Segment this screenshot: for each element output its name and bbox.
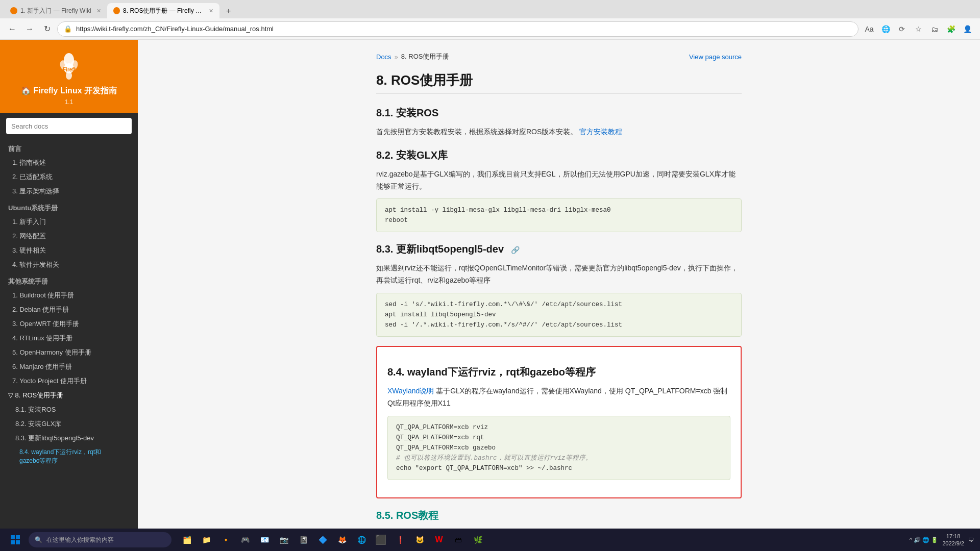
breadcrumb-separator: »: [395, 53, 398, 61]
nav-item-ros-parent[interactable]: ▽ 8. ROS使用手册: [0, 388, 138, 403]
nav-item-network[interactable]: 2. 网络配置: [0, 229, 138, 243]
sidebar-version: 1.1: [5, 98, 133, 106]
browser-toolbar-icons: Aa 🌐 ⟳ ☆ 🗂 🧩 👤: [862, 21, 975, 37]
breadcrumb: Docs » 8. ROS使用手册 View page source: [376, 52, 742, 61]
nav-item-software-dev[interactable]: 4. 软件开发相关: [0, 258, 138, 272]
clock-time: 17:18: [942, 533, 964, 540]
forward-button[interactable]: →: [22, 22, 37, 36]
tab-2[interactable]: 8. ROS使用手册 — Firefly Wiki ✕: [107, 3, 219, 18]
page-title: 8. ROS使用手册: [376, 71, 742, 94]
tab-1[interactable]: 1. 新手入门 — Firefly Wiki ✕: [4, 3, 107, 18]
taskbar-app-explorer[interactable]: 🗂️: [178, 531, 196, 549]
nav-item-ros-install[interactable]: 8.1. 安装ROS: [0, 403, 138, 417]
taskbar-app-edge[interactable]: 🌐: [352, 531, 371, 549]
taskbar-app-8[interactable]: 🔷: [313, 531, 332, 549]
taskbar-app-13[interactable]: 🐱: [410, 531, 429, 549]
taskbar-app-camera[interactable]: 📷: [275, 531, 293, 549]
section-8-4-code: QT_QPA_PLATFORM=xcb rviz QT_QPA_PLATFORM…: [387, 416, 730, 480]
section-8-3-heading: 8.3. 更新libqt5opengl5-dev 🔗: [376, 242, 742, 256]
favorites-button[interactable]: ☆: [911, 21, 926, 37]
official-install-link[interactable]: 官方安装教程: [579, 128, 622, 136]
new-tab-button[interactable]: +: [222, 4, 236, 18]
profile-button[interactable]: 👤: [960, 21, 975, 37]
tab-bar: 1. 新手入门 — Firefly Wiki ✕ 8. ROS使用手册 — Fi…: [0, 0, 980, 18]
taskbar-app-3[interactable]: 🔸: [216, 531, 235, 549]
extensions-button[interactable]: 🧩: [943, 21, 959, 37]
tab2-close[interactable]: ✕: [209, 8, 213, 14]
nav-item-openwrt[interactable]: 3. OpenWRT 使用手册: [0, 317, 138, 331]
nav-item-adapted-systems[interactable]: 2. 已适配系统: [0, 170, 138, 184]
taskbar-app-email[interactable]: 📧: [255, 531, 274, 549]
notification-icon[interactable]: 🗨: [968, 537, 974, 543]
system-clock: 17:18 2022/9/2: [942, 533, 964, 547]
browser-toolbar: ← → ↻ 🔒 https://wiki.t-firefly.com/zh_CN…: [0, 18, 980, 40]
svg-text:Firefly: Firefly: [63, 67, 78, 72]
taskbar-app-w[interactable]: W: [430, 531, 448, 549]
tab2-label: 8. ROS使用手册 — Firefly Wiki: [123, 7, 204, 15]
section-8-2-code: apt install -y libgll-mesa-glx libgll-me…: [376, 198, 742, 232]
nav-item-rtlinux[interactable]: 4. RTLinux 使用手册: [0, 331, 138, 345]
clock-date: 2022/9/2: [942, 540, 964, 547]
translate-button[interactable]: 🌐: [878, 21, 893, 37]
taskbar-search-icon: 🔍: [35, 536, 42, 543]
tab1-favicon: [10, 7, 17, 14]
section-8-5-heading: 8.5. ROS教程: [376, 509, 742, 522]
tab1-close[interactable]: ✕: [96, 8, 101, 14]
section-8-4-heading: 8.4. wayland下运行rviz，rqt和gazebo等程序: [387, 365, 730, 379]
back-button[interactable]: ←: [5, 22, 19, 36]
nav-item-guide-overview[interactable]: 1. 指南概述: [0, 156, 138, 170]
nav-item-beginner[interactable]: 1. 新手入门: [0, 215, 138, 229]
refresh-button[interactable]: ↻: [40, 22, 54, 36]
nav-item-debian[interactable]: 2. Debian 使用手册: [0, 303, 138, 317]
nav-item-buildroot[interactable]: 1. Buildroot 使用手册: [0, 288, 138, 303]
taskbar-app-folder[interactable]: 📁: [197, 531, 215, 549]
section-8-3-anchor[interactable]: 🔗: [511, 246, 520, 254]
reader-mode-button[interactable]: Aa: [862, 21, 877, 37]
xwayland-explain-link[interactable]: XWayland说明: [387, 387, 434, 395]
svg-rect-7: [16, 535, 20, 539]
taskbar-search-box[interactable]: 🔍 在这里输入你搜索的内容: [29, 532, 172, 547]
sidebar-header: Firefly 🏠 Firefly Linux 开发指南 1.1: [0, 40, 138, 113]
lock-icon: 🔒: [64, 25, 72, 33]
collections-button[interactable]: 🗂: [927, 21, 942, 37]
section-8-4-highlighted: 8.4. wayland下运行rviz，rqt和gazebo等程序 XWayla…: [376, 346, 742, 498]
address-bar[interactable]: 🔒 https://wiki.t-firefly.com/zh_CN/Firef…: [57, 21, 859, 37]
address-text: https://wiki.t-firefly.com/zh_CN/Firefly…: [76, 25, 852, 33]
nav-item-libqt-update[interactable]: 8.3. 更新libqt5opengl5-dev: [0, 431, 138, 445]
taskbar-app-game[interactable]: 🎮: [236, 531, 254, 549]
firefly-logo: Firefly: [53, 50, 85, 83]
section-8-3-text: 如果遇到rviz还不能运行，rqt报QOpenGLTimeMonitor等错误，…: [376, 262, 742, 287]
breadcrumb-current: 8. ROS使用手册: [401, 52, 450, 61]
nav-item-hardware[interactable]: 3. 硬件相关: [0, 243, 138, 258]
search-input[interactable]: [6, 118, 132, 134]
taskbar-pinned-apps: 🗂️ 📁 🔸 🎮 📧 📷 📓 🔷 🦊 🌐 ⬛ ❗ 🐱 W 🗃 🌿: [178, 531, 908, 549]
nav-item-openharmony[interactable]: 5. OpenHarmony 使用手册: [0, 345, 138, 360]
start-button[interactable]: [4, 529, 27, 551]
taskbar-search-text: 在这里输入你搜索的内容: [46, 536, 114, 544]
view-source-link[interactable]: View page source: [689, 53, 742, 61]
svg-rect-9: [16, 540, 20, 544]
search-box-wrap: [0, 113, 138, 139]
nav-item-wayland-rviz[interactable]: 8.4. wayland下运行rviz，rqt和gazebo等程序: [0, 445, 138, 468]
nav-section-other: 其他系统手册: [0, 272, 138, 288]
section-8-4-text: XWayland说明 基于GLX的程序在wayland运行，需要使用XWayla…: [387, 385, 730, 410]
nav-item-display-arch[interactable]: 3. 显示架构选择: [0, 184, 138, 198]
nav-item-yocto[interactable]: 7. Yocto Project 使用手册: [0, 374, 138, 388]
section-8-3-code: sed -i 's/.*wiki.t-firefly.com.*\/\#\&/'…: [376, 293, 742, 337]
breadcrumb-docs-link[interactable]: Docs: [376, 53, 391, 61]
taskbar-app-15[interactable]: 🗃: [449, 531, 468, 549]
page-inner: Docs » 8. ROS使用手册 View page source 8. RO…: [360, 40, 758, 529]
refresh-icon-button[interactable]: ⟳: [894, 21, 910, 37]
taskbar-app-16[interactable]: 🌿: [469, 531, 487, 549]
nav-item-glx-install[interactable]: 8.2. 安装GLX库: [0, 417, 138, 431]
section-8-1-heading: 8.1. 安装ROS: [376, 106, 742, 120]
taskbar-app-onenote[interactable]: 📓: [294, 531, 312, 549]
taskbar-app-terminal[interactable]: ⬛: [372, 531, 390, 549]
svg-rect-6: [11, 535, 15, 539]
taskbar-app-12[interactable]: ❗: [391, 531, 409, 549]
taskbar: 🔍 在这里输入你搜索的内容 🗂️ 📁 🔸 🎮 📧 📷 📓 🔷 🦊 🌐 ⬛ ❗ 🐱…: [0, 529, 980, 551]
nav-item-manjaro[interactable]: 6. Manjaro 使用手册: [0, 360, 138, 374]
tab2-favicon: [113, 7, 120, 14]
taskbar-app-firefox[interactable]: 🦊: [333, 531, 351, 549]
tab1-label: 1. 新手入门 — Firefly Wiki: [20, 7, 91, 15]
